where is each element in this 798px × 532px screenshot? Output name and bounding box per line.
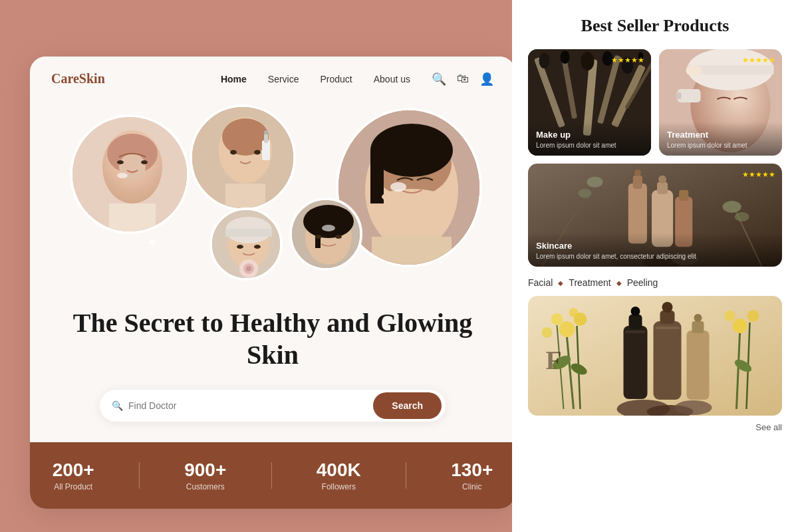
product-stars-skincare: ★★★★★ <box>742 170 775 179</box>
cart-icon[interactable]: 🛍 <box>457 72 469 86</box>
product-name-treatment: Treatment <box>667 130 708 140</box>
circle-small-1 <box>209 207 283 281</box>
svg-point-23 <box>382 189 442 205</box>
navbar: CareSkin Home Service Product About us 🔍… <box>30 57 515 101</box>
svg-text:F: F <box>546 345 562 375</box>
stat-clinic-label: Clinic <box>451 482 493 491</box>
hero-title: The Secret to Healthy and Glowing Skin <box>70 307 475 371</box>
circle-small-2 <box>289 198 362 271</box>
nav-service[interactable]: Service <box>268 74 299 84</box>
circles-row: ✦ ✦ ✦ <box>30 101 515 301</box>
search-icon[interactable]: 🔍 <box>432 72 446 86</box>
bottom-product[interactable]: F <box>528 296 782 416</box>
stat-customers-number: 900+ <box>184 460 226 481</box>
svg-rect-15 <box>264 134 268 143</box>
tag-facial[interactable]: Facial <box>528 277 553 288</box>
nav-links: Home Service Product About us <box>221 74 410 84</box>
sparkle-2: ✦ <box>146 234 158 251</box>
stat-clinic-number: 130+ <box>451 460 493 481</box>
svg-point-85 <box>569 308 579 317</box>
search-small-icon: 🔍 <box>112 400 123 412</box>
svg-rect-28 <box>225 229 272 237</box>
main-card: CareSkin Home Service Product About us 🔍… <box>30 57 515 509</box>
search-input[interactable] <box>128 400 373 411</box>
svg-rect-105 <box>687 331 710 400</box>
svg-point-64 <box>587 177 602 188</box>
svg-rect-106 <box>692 321 704 333</box>
svg-rect-97 <box>624 326 648 399</box>
stats-bar: 200+ All Product 900+ Customers 400K Fol… <box>30 442 515 509</box>
svg-point-60 <box>686 65 702 76</box>
logo[interactable]: CareSkin <box>51 71 105 86</box>
svg-point-16 <box>264 130 268 134</box>
circle-center <box>190 104 296 211</box>
svg-rect-3 <box>109 203 156 234</box>
stat-customers-label: Customers <box>184 482 226 491</box>
svg-point-40 <box>322 225 335 231</box>
nav-about[interactable]: About us <box>374 74 410 84</box>
stat-customers: 900+ Customers <box>184 460 226 491</box>
hero-text: The Secret to Healthy and Glowing Skin 🔍… <box>30 307 515 422</box>
svg-point-13 <box>254 150 261 155</box>
svg-point-93 <box>725 311 735 321</box>
search-button[interactable]: Search <box>373 392 442 419</box>
nav-home[interactable]: Home <box>221 74 247 84</box>
product-card-skincare[interactable]: Skincare Lorem ipsum dolor sit amet, con… <box>528 164 782 267</box>
svg-rect-104 <box>656 327 680 329</box>
service-tags: Facial ◆ Treatment ◆ Peeling <box>528 277 782 288</box>
svg-point-33 <box>246 266 251 271</box>
svg-rect-73 <box>657 182 668 194</box>
svg-point-38 <box>315 235 322 239</box>
stat-divider-1 <box>139 462 140 489</box>
svg-point-6 <box>141 160 148 164</box>
svg-point-107 <box>694 314 702 322</box>
svg-point-103 <box>662 302 673 313</box>
svg-point-99 <box>631 307 640 316</box>
circle-left <box>70 114 190 234</box>
stat-followers-label: Followers <box>317 482 361 491</box>
see-all[interactable]: See all <box>528 422 782 432</box>
svg-rect-14 <box>262 140 270 160</box>
svg-rect-11 <box>225 184 265 211</box>
svg-point-7 <box>117 173 128 178</box>
svg-point-83 <box>551 313 563 325</box>
svg-point-24 <box>390 182 406 192</box>
svg-point-47 <box>581 52 595 70</box>
product-card-makeup[interactable]: Make up Lorem ipsum dolor sit amet ★★★★★ <box>528 49 651 156</box>
diamond-2: ◆ <box>616 279 622 287</box>
svg-rect-59 <box>676 92 682 99</box>
stat-divider-3 <box>406 462 406 489</box>
stat-products-label: All Product <box>53 482 94 491</box>
svg-point-10 <box>222 118 269 156</box>
doctor-search: 🔍 Search <box>100 390 446 422</box>
svg-point-36 <box>303 205 354 238</box>
svg-rect-22 <box>370 150 384 203</box>
stat-products-number: 200+ <box>53 460 94 481</box>
svg-rect-76 <box>679 190 688 201</box>
tag-treatment[interactable]: Treatment <box>569 277 610 288</box>
svg-rect-20 <box>372 237 452 267</box>
stat-followers-number: 400K <box>317 460 361 481</box>
right-panel: Best Seller Products <box>512 0 798 532</box>
stat-clinic: 130+ Clinic <box>451 460 493 491</box>
product-card-treatment[interactable]: Treatment Lorem ipsum dolor sit amet ★★★… <box>659 49 782 156</box>
product-stars-makeup: ★★★★★ <box>611 56 644 65</box>
nav-product[interactable]: Product <box>320 74 352 84</box>
user-icon[interactable]: 👤 <box>479 72 494 86</box>
svg-point-92 <box>747 310 759 322</box>
svg-point-29 <box>237 245 243 249</box>
product-name-skincare: Skincare <box>536 241 572 251</box>
svg-point-74 <box>658 176 666 184</box>
product-grid: Make up Lorem ipsum dolor sit amet ★★★★★ <box>528 49 782 267</box>
product-desc-makeup: Lorem ipsum dolor sit amet <box>536 142 643 149</box>
stat-followers: 400K Followers <box>317 460 361 491</box>
tag-peeling[interactable]: Peeling <box>627 277 658 288</box>
product-name-makeup: Make up <box>536 130 571 140</box>
svg-point-65 <box>578 189 591 198</box>
svg-rect-101 <box>654 321 682 400</box>
svg-point-81 <box>559 321 575 337</box>
product-desc-treatment: Lorem ipsum dolor sit amet <box>667 142 774 149</box>
svg-rect-100 <box>626 331 646 333</box>
stat-products: 200+ All Product <box>53 460 94 491</box>
svg-point-110 <box>675 400 712 415</box>
